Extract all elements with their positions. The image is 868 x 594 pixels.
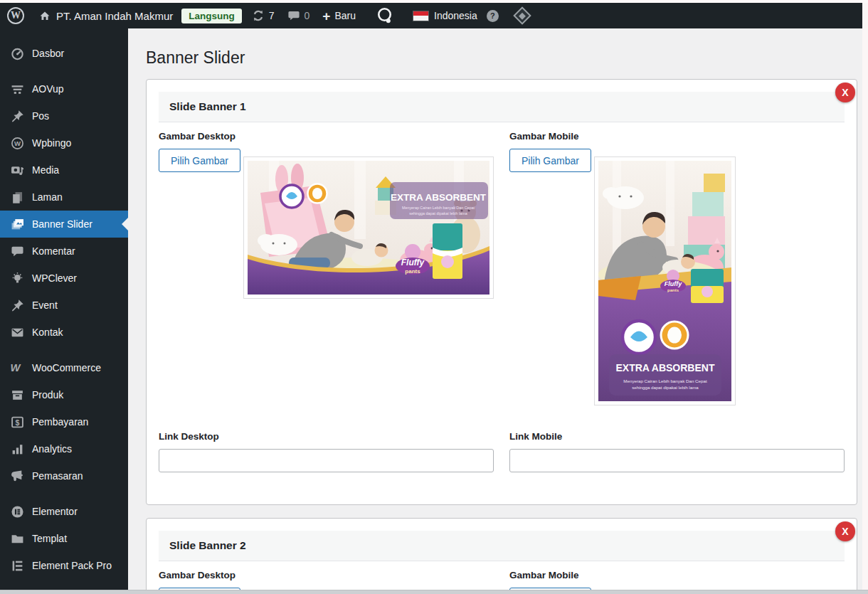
slide-1-fields: Gambar Desktop Pilih Gambar [147,131,857,472]
sidebar-item-analytics[interactable]: Analytics [0,435,128,462]
menu-separator [0,489,128,498]
pilih-gambar-mobile-button[interactable]: Pilih Gambar [509,149,591,172]
sidebar-item-label: Element Pack Pro [32,560,112,571]
pushpin-icon [9,110,25,123]
main-content: Banner Slider Slide Banner 1 X Gambar De… [128,28,862,590]
sidebar-item-woocommerce[interactable]: W WooCommerce [0,354,128,381]
page-title: Banner Slider [146,48,862,68]
admin-bar: W PT. Aman Indah Makmur Langsung 7 [0,3,862,28]
woocommerce-icon: W [9,361,25,375]
wordpress-logo-icon[interactable]: W [7,7,24,24]
comment-bubble-icon [287,9,300,22]
wpbingo-logo-icon: W [9,137,25,150]
camera-icon [9,164,25,177]
banner-brand1-text: Fluffy [401,258,425,267]
gambar-mobile-label: Gambar Mobile [509,570,845,580]
sidebar-item-kontak[interactable]: Kontak [0,319,128,346]
sidebar-item-label: Komentar [32,245,75,257]
pilih-gambar-desktop-button[interactable]: Pilih Gambar [159,149,240,172]
lightbulb-icon [9,272,25,285]
envelope-icon [9,326,25,339]
sidebar-item-produk[interactable]: Produk [0,381,128,408]
slide-banner-2-card: Slide Banner 2 X Gambar Desktop Pilih Ga… [146,518,857,590]
sidebar-item-label: AOVup [32,83,64,95]
gambar-desktop-label: Gambar Desktop [159,570,494,580]
mobile-image-column: Gambar Mobile Pilih Gambar [509,131,845,405]
svg-text:W: W [11,362,21,373]
banner-subline2-text: sehingga dapat dipakai lebih lama [632,385,699,390]
sidebar-item-event[interactable]: Event [0,292,128,319]
element-pack-diamond-icon[interactable] [513,6,531,24]
remove-slide-1-button[interactable]: X [835,83,855,102]
environment-badge: Langsung [181,9,242,23]
sidebar-item-pemasaran[interactable]: Pemasaran [0,462,128,489]
new-label: Baru [334,10,356,21]
slide-banner-2-header: Slide Banner 2 [159,531,845,561]
comment-icon [9,245,25,258]
banner-brand2-text: pants [667,288,679,292]
link-desktop-input[interactable] [159,449,494,472]
sidebar-item-label: WPClever [32,272,77,284]
mobile-picker-row: Pilih Gambar [509,149,845,405]
diamond-core [519,12,526,19]
sidebar-item-elementor[interactable]: Elementor [0,498,128,525]
link-mobile-input[interactable] [509,449,845,472]
sidebar-item-pembayaran[interactable]: $ Pembayaran [0,408,128,435]
sidebar-item-banner-slider[interactable]: Banner Slider [0,211,128,238]
sidebar-item-media[interactable]: Media [0,157,128,184]
slide-banner-1-card: Slide Banner 1 X Gambar Desktop Pilih Ga… [146,79,857,505]
help-glyph: ? [490,11,495,20]
language-label: Indonesia [434,10,477,21]
environment-badge-label: Langsung [189,11,235,21]
sidebar-item-komentar[interactable]: Komentar [0,238,128,265]
pushpin-icon [9,299,25,312]
new-content-link[interactable]: + Baru [322,9,356,23]
slide-banner-2-title: Slide Banner 2 [169,539,246,552]
sidebar-item-element-pack-pro[interactable]: Element Pack Pro [0,552,128,579]
slide-banner-1-header: Slide Banner 1 [159,92,845,122]
sidebar-item-laman[interactable]: Laman [0,184,128,211]
sidebar-item-pos[interactable]: Pos [0,102,128,129]
banner-headline-text: EXTRA ABSORBENT [391,192,487,203]
sidebar-item-wpclever[interactable]: WPClever [0,265,128,292]
horizontal-scrollbar[interactable] [0,590,868,594]
element-pack-icon [9,559,25,573]
update-icon [252,9,265,22]
site-name-link[interactable]: PT. Aman Indah Makmur [38,9,173,22]
svg-text:$: $ [15,418,19,426]
banner-subline1-text: Menyerap Cairan Lebih banyak Dan Cepat [402,206,475,210]
vertical-scrollbar-track[interactable] [862,3,868,590]
site-name: PT. Aman Indah Makmur [56,10,173,22]
language-switcher[interactable]: Indonesia ? [413,10,499,22]
desktop-banner-preview: EXTRA ABSORBENT Menyerap Cairan Lebih ba… [243,157,494,299]
desktop-image-column: Gambar Desktop Pilih Gambar [159,131,494,405]
sidebar-item-label: Banner Slider [32,218,92,230]
menu-separator [0,67,128,75]
home-icon [38,9,51,22]
sidebar-item-label: Wpbingo [32,137,71,149]
sidebar-item-label: Analytics [32,443,72,455]
indonesia-flag-icon [413,11,429,21]
desktop-banner-art: EXTRA ABSORBENT Menyerap Cairan Lebih ba… [248,161,489,295]
comment-count: 0 [305,10,310,21]
sidebar-item-dasbor[interactable]: Dasbor [0,40,128,67]
remove-slide-2-button[interactable]: X [835,521,855,541]
plus-icon: + [322,9,330,23]
banner-brand2-text: pants [405,268,420,275]
sidebar-item-label: Event [32,299,58,311]
sidebar-item-templat[interactable]: Templat [0,525,128,552]
product-box-icon [9,388,25,402]
mobile-banner-art: Fluffy pants EXTRA ABSORBENT [598,161,731,401]
q-plugin-icon[interactable] [376,6,394,25]
sidebar-item-label: Dasbor [32,48,64,59]
link-desktop-block: Link Desktop [159,431,494,472]
link-desktop-label: Link Desktop [159,431,494,442]
banner-subline2-text: sehingga dapat dipakai lebih lama [409,211,467,216]
sidebar-item-label: Templat [32,533,67,544]
sidebar-item-wpbingo[interactable]: W Wpbingo [0,129,128,157]
sidebar-item-label: Kontak [32,327,63,338]
help-icon[interactable]: ? [487,10,499,22]
updates-link[interactable]: 7 [252,9,275,22]
sidebar-item-aovup[interactable]: AOVup [0,75,128,102]
comments-link[interactable]: 0 [287,9,310,22]
